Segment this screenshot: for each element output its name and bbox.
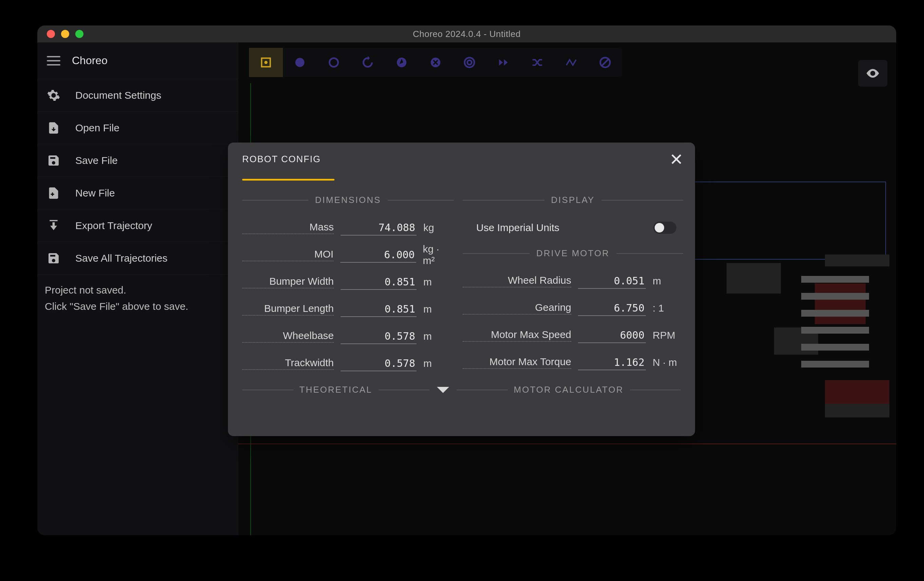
toolbar — [249, 48, 622, 77]
row-moi: MOI 6.000 kg · m² — [242, 241, 454, 268]
file-add-icon — [47, 186, 60, 200]
sidebar-item-label: Open File — [75, 122, 119, 134]
close-button[interactable] — [670, 153, 683, 167]
unit-label: m — [423, 303, 454, 315]
tab-robot-config[interactable]: ROBOT CONFIG — [242, 154, 321, 169]
titlebar: Choreo 2024.0.4 - Untitled — [37, 25, 896, 42]
save-icon — [47, 154, 60, 167]
row-mass: Mass 74.088 kg — [242, 214, 454, 241]
unit-label: m — [423, 331, 454, 342]
field-label: MOI — [242, 248, 333, 261]
unit-label: m — [653, 275, 683, 287]
wheel-radius-input[interactable]: 0.051 — [578, 273, 646, 289]
unit-label: kg · m² — [423, 243, 454, 266]
imperial-toggle-row: Use Imperial Units — [463, 214, 683, 241]
save-all-icon — [47, 252, 60, 265]
unit-label: : 1 — [653, 302, 683, 314]
moi-input[interactable]: 6.000 — [340, 247, 416, 263]
section-label: DISPLAY — [551, 195, 595, 205]
bumper-length-input[interactable]: 0.851 — [341, 302, 417, 317]
section-dimensions: DIMENSIONS — [242, 195, 454, 205]
sidebar-item-label: Document Settings — [75, 89, 161, 101]
section-label: DRIVE MOTOR — [536, 248, 610, 258]
sidebar-header: Choreo — [37, 42, 238, 79]
wheelbase-input[interactable]: 0.578 — [341, 329, 417, 344]
visibility-toggle[interactable] — [858, 60, 888, 86]
window-title: Choreo 2024.0.4 - Untitled — [37, 29, 896, 40]
tool-filled-circle[interactable] — [283, 48, 317, 77]
sidebar-item-label: Export Trajectory — [75, 220, 152, 232]
app-window: Choreo 2024.0.4 - Untitled Choreo Docume… — [37, 25, 896, 535]
row-bumper-width: Bumper Width 0.851 m — [242, 268, 454, 296]
sidebar-item-document-settings[interactable]: Document Settings — [37, 79, 238, 112]
field-label: Wheelbase — [242, 330, 334, 343]
sidebar-item-new-file[interactable]: New File — [37, 177, 238, 209]
bottom-sections: THEORETICAL MOTOR CALCULATOR — [242, 384, 681, 395]
field-label: Motor Max Torque — [463, 356, 571, 369]
svg-point-6 — [465, 58, 475, 68]
section-label: DIMENSIONS — [315, 195, 381, 205]
motor-column: DISPLAY Use Imperial Units DRIVE MOTOR W… — [463, 188, 683, 377]
tool-block[interactable] — [588, 48, 622, 77]
status-line: Project not saved. — [45, 282, 230, 298]
motor-max-speed-input[interactable]: 6000 — [578, 328, 646, 343]
row-gearing: Gearing 6.750 : 1 — [463, 295, 683, 322]
tool-shuffle[interactable] — [520, 48, 554, 77]
trackwidth-input[interactable]: 0.578 — [341, 356, 417, 371]
project-status: Project not saved. Click "Save File" abo… — [37, 275, 238, 322]
tool-cancel[interactable] — [419, 48, 452, 77]
motor-max-torque-input[interactable]: 1.162 — [578, 355, 646, 370]
row-trackwidth: Trackwidth 0.578 m — [242, 350, 454, 377]
tool-rotate[interactable] — [351, 48, 384, 77]
row-wheel-radius: Wheel Radius 0.051 m — [463, 267, 683, 295]
section-motor-calculator: MOTOR CALCULATOR — [514, 384, 624, 395]
section-drive-motor: DRIVE MOTOR — [463, 248, 683, 258]
field-label: Bumper Width — [242, 276, 334, 288]
svg-point-1 — [264, 61, 267, 64]
row-wheelbase: Wheelbase 0.578 m — [242, 323, 454, 350]
sidebar-item-label: New File — [75, 187, 115, 199]
field-label: Trackwidth — [242, 357, 334, 370]
tool-fast-forward[interactable] — [487, 48, 520, 77]
dimensions-column: DIMENSIONS Mass 74.088 kg MOI 6.000 kg ·… — [242, 188, 454, 377]
panel-header: ROBOT CONFIG — [242, 142, 681, 180]
field-label: Mass — [242, 221, 334, 234]
field-label: Bumper Length — [242, 303, 334, 316]
row-motor-max-speed: Motor Max Speed 6000 RPM — [463, 322, 683, 349]
unit-label: m — [423, 276, 454, 288]
row-bumper-length: Bumper Length 0.851 m — [242, 296, 454, 323]
chevron-down-icon[interactable] — [437, 387, 449, 393]
sidebar-item-save-all[interactable]: Save All Trajectories — [37, 242, 238, 275]
bumper-width-input[interactable]: 0.851 — [341, 275, 417, 290]
svg-line-9 — [601, 59, 609, 66]
gearing-input[interactable]: 6.750 — [578, 301, 646, 316]
field-label: Wheel Radius — [463, 275, 571, 288]
sidebar-item-open-file[interactable]: Open File — [37, 112, 238, 144]
row-motor-max-torque: Motor Max Torque 1.162 N · m — [463, 349, 683, 376]
svg-point-2 — [295, 58, 304, 66]
svg-point-7 — [467, 60, 472, 65]
sidebar-item-export-trajectory[interactable]: Export Trajectory — [37, 209, 238, 242]
sidebar: Choreo Document Settings Open File Save … — [37, 42, 238, 535]
download-icon — [47, 219, 60, 232]
unit-label: RPM — [653, 329, 683, 341]
app-name: Choreo — [72, 54, 107, 67]
unit-label: N · m — [653, 357, 683, 368]
mass-input[interactable]: 74.088 — [341, 220, 417, 235]
status-line: Click "Save File" above to save. — [45, 298, 230, 315]
tool-circle[interactable] — [317, 48, 351, 77]
sidebar-item-label: Save All Trajectories — [75, 253, 168, 264]
field-label: Motor Max Speed — [463, 329, 571, 342]
tool-selection[interactable] — [249, 48, 283, 77]
unit-label: kg — [423, 222, 454, 233]
toggle-label: Use Imperial Units — [476, 222, 559, 233]
gear-icon — [47, 89, 60, 102]
section-theoretical: THEORETICAL — [300, 384, 373, 395]
tab-underline — [242, 179, 335, 180]
sidebar-item-save-file[interactable]: Save File — [37, 144, 238, 177]
menu-icon[interactable] — [47, 56, 60, 66]
tool-compass[interactable] — [384, 48, 419, 77]
tool-target[interactable] — [452, 48, 487, 77]
tool-waveform[interactable] — [554, 48, 588, 77]
imperial-toggle[interactable] — [653, 222, 676, 234]
